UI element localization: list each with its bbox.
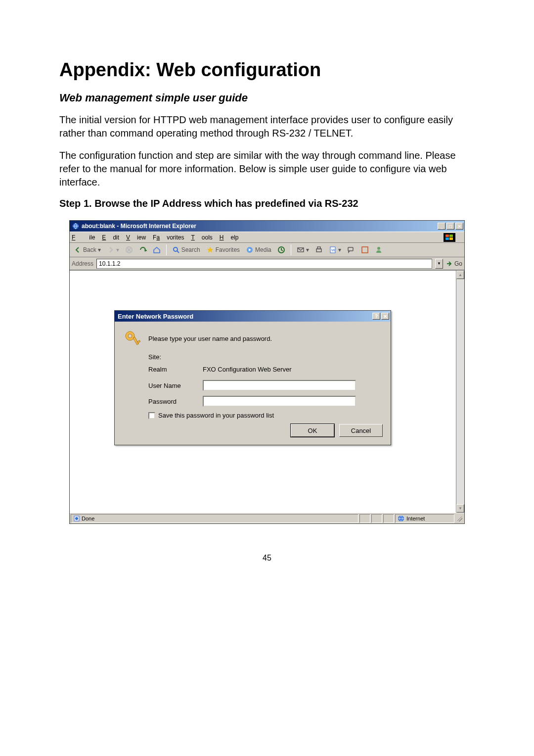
password-label: Password [148, 398, 203, 405]
svg-point-22 [75, 517, 78, 520]
svg-point-16 [377, 247, 380, 250]
dialog-title: Enter Network Password [118, 313, 371, 320]
search-button[interactable]: Search [170, 245, 202, 255]
svg-rect-3 [445, 237, 449, 240]
save-password-checkbox[interactable] [148, 412, 155, 419]
intro-paragraph-1: The initial version for HTTPD web manage… [59, 113, 475, 140]
forward-button[interactable]: ▾ [105, 245, 121, 255]
svg-rect-20 [137, 340, 140, 343]
address-input[interactable]: 10.1.1.2 [96, 259, 432, 269]
edit-button[interactable]: W ▾ [327, 245, 343, 255]
svg-rect-2 [449, 235, 453, 237]
svg-point-18 [128, 334, 132, 338]
svg-rect-15 [362, 247, 368, 253]
go-button[interactable]: Go [446, 260, 462, 267]
menu-help[interactable]: Help [220, 234, 239, 241]
minimize-button[interactable]: _ [438, 223, 445, 230]
step-1-heading: Step 1. Browse the IP Address which has … [59, 198, 475, 209]
scroll-up-icon[interactable]: ▲ [456, 271, 464, 279]
vertical-scrollbar[interactable]: ▲ ▼ [456, 271, 464, 513]
ok-button[interactable]: OK [291, 424, 334, 437]
intro-paragraph-2: The configuration function and step are … [59, 149, 475, 189]
status-sep2 [371, 514, 382, 523]
menu-file[interactable]: File [72, 234, 95, 241]
back-button[interactable]: Back ▾ [72, 245, 103, 255]
toolbar: Back ▾ ▾ Search Favorites Media [70, 242, 464, 257]
zone-pane: Internet [395, 514, 454, 523]
related-button[interactable] [359, 245, 371, 255]
internet-zone-icon [398, 515, 404, 522]
windows-logo-icon [444, 233, 455, 242]
close-button[interactable]: ✕ [455, 223, 463, 230]
site-label: Site: [148, 353, 203, 361]
menubar: File Edit View Favorites Tools Help [70, 232, 464, 242]
resize-grip-icon[interactable] [455, 515, 463, 522]
svg-rect-11 [317, 247, 320, 249]
print-button[interactable] [313, 245, 325, 255]
save-password-label: Save this password in your password list [158, 412, 274, 419]
discuss-button[interactable] [345, 245, 357, 255]
address-dropdown[interactable]: ▼ [435, 259, 443, 269]
svg-text:W: W [331, 248, 335, 252]
menu-view[interactable]: View [126, 234, 146, 241]
dialog-help-button[interactable]: ? [372, 313, 380, 320]
cancel-button[interactable]: Cancel [339, 424, 383, 437]
realm-value: FXO Configuration Web Server [203, 366, 292, 373]
page-title: Appendix: Web configuration [59, 59, 475, 81]
history-button[interactable] [275, 245, 287, 255]
window-title: about:blank - Microsoft Internet Explore… [82, 223, 437, 230]
favorites-button[interactable]: Favorites [204, 245, 242, 255]
dialog-close-button[interactable]: ✕ [381, 313, 389, 320]
realm-label: Realm [148, 366, 203, 373]
dialog-titlebar: Enter Network Password ? ✕ [115, 311, 391, 322]
key-icon [123, 329, 142, 348]
dialog-prompt: Please type your user name and password. [148, 335, 272, 342]
status-bar: Done Internet [70, 513, 464, 523]
refresh-button[interactable] [137, 245, 149, 255]
menu-tools[interactable]: Tools [191, 234, 212, 241]
username-label: User Name [148, 382, 203, 389]
status-sep1 [359, 514, 370, 523]
stop-button[interactable] [123, 245, 135, 255]
svg-rect-14 [348, 247, 353, 251]
done-icon [73, 515, 80, 522]
status-pane: Done [71, 514, 358, 523]
address-label: Address [72, 260, 93, 267]
address-bar: Address 10.1.1.2 ▼ Go [70, 257, 464, 270]
home-button[interactable] [151, 245, 163, 255]
svg-rect-19 [133, 337, 138, 345]
media-button[interactable]: Media [244, 245, 273, 255]
ie-icon [72, 222, 80, 230]
page-subheader: Web management simple user guide [59, 92, 475, 104]
scroll-down-icon[interactable]: ▼ [456, 504, 464, 513]
svg-point-6 [174, 247, 178, 251]
password-dialog: Enter Network Password ? ✕ [114, 310, 391, 445]
page-number: 45 [59, 554, 475, 563]
messenger-button[interactable] [373, 245, 385, 255]
menu-edit[interactable]: Edit [102, 234, 119, 241]
maximize-button[interactable]: □ [446, 223, 454, 230]
menu-favorites[interactable]: Favorites [153, 234, 184, 241]
content-area: Enter Network Password ? ✕ [70, 270, 464, 513]
mail-button[interactable]: ▾ [295, 245, 311, 255]
username-input[interactable] [203, 380, 356, 391]
ie-window: about:blank - Microsoft Internet Explore… [69, 220, 465, 524]
window-titlebar: about:blank - Microsoft Internet Explore… [70, 221, 464, 232]
status-sep3 [383, 514, 394, 523]
password-input[interactable] [203, 396, 356, 407]
svg-rect-4 [449, 237, 453, 240]
svg-rect-10 [316, 249, 321, 252]
svg-rect-1 [445, 235, 449, 237]
